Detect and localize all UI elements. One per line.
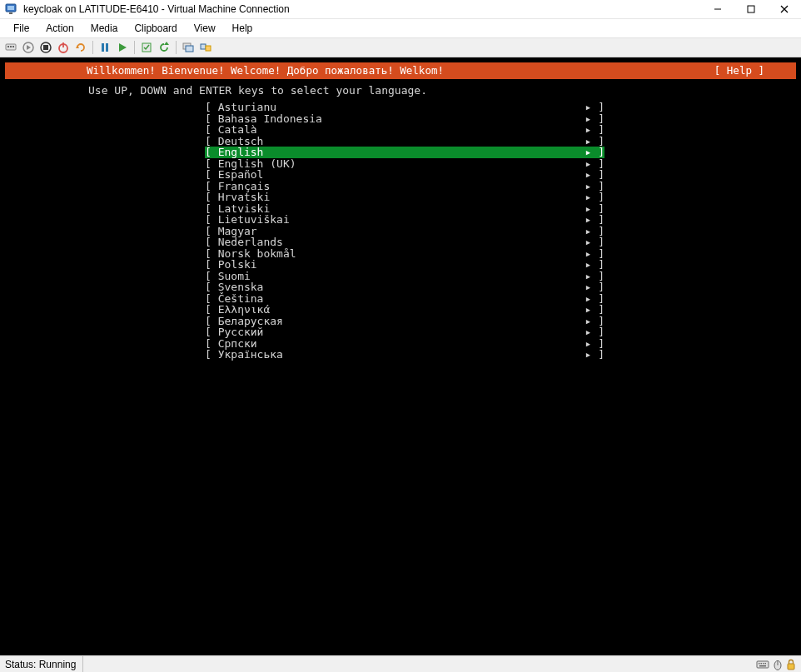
language-option[interactable]: [ Asturianu▸ ] bbox=[205, 102, 604, 113]
submenu-arrow-icon: ▸ ] bbox=[585, 293, 604, 305]
language-label: [ Українська bbox=[205, 349, 283, 361]
language-label: [ Lietuviškai bbox=[205, 214, 290, 226]
language-option[interactable]: [ Čeština▸ ] bbox=[205, 293, 604, 305]
svg-rect-2 bbox=[9, 12, 12, 14]
reset-button[interactable] bbox=[73, 40, 88, 55]
svg-rect-27 bbox=[757, 661, 769, 668]
language-option[interactable]: [ Bahasa Indonesia▸ ] bbox=[205, 113, 604, 125]
language-option[interactable]: [ Català▸ ] bbox=[205, 124, 604, 136]
svg-rect-8 bbox=[7, 46, 9, 47]
keyboard-status-icon bbox=[756, 660, 769, 670]
submenu-arrow-icon: ▸ ] bbox=[585, 316, 604, 327]
language-label: [ Asturianu bbox=[205, 102, 276, 113]
svg-rect-25 bbox=[201, 44, 206, 49]
menu-action[interactable]: Action bbox=[39, 21, 80, 36]
submenu-arrow-icon: ▸ ] bbox=[585, 259, 604, 271]
language-option[interactable]: [ Lietuviškai▸ ] bbox=[205, 214, 604, 226]
checkpoint-button[interactable] bbox=[139, 40, 154, 55]
svg-rect-4 bbox=[748, 6, 754, 12]
language-label: [ Français bbox=[205, 181, 270, 192]
language-option[interactable]: [ Suomi▸ ] bbox=[205, 271, 604, 282]
svg-marker-20 bbox=[119, 43, 127, 52]
svg-rect-28 bbox=[759, 663, 760, 665]
language-option[interactable]: [ Deutsch▸ ] bbox=[205, 136, 604, 147]
instruction-text: Use UP, DOWN and ENTER keys to select yo… bbox=[5, 79, 796, 102]
language-label: [ Ελληνικά bbox=[205, 304, 270, 316]
menu-media[interactable]: Media bbox=[84, 21, 125, 36]
submenu-arrow-icon: ▸ ] bbox=[585, 203, 604, 215]
maximize-button[interactable] bbox=[734, 0, 768, 18]
submenu-arrow-icon: ▸ ] bbox=[585, 248, 604, 260]
submenu-arrow-icon: ▸ ] bbox=[585, 181, 604, 192]
app-icon bbox=[5, 2, 18, 16]
submenu-arrow-icon: ▸ ] bbox=[585, 304, 604, 316]
submenu-arrow-icon: ▸ ] bbox=[585, 192, 604, 203]
language-option[interactable]: [ Nederlands▸ ] bbox=[205, 236, 604, 248]
language-option[interactable]: [ Latviski▸ ] bbox=[205, 203, 604, 215]
svg-rect-31 bbox=[765, 663, 767, 665]
language-option[interactable]: [ Français▸ ] bbox=[205, 181, 604, 192]
svg-rect-18 bbox=[102, 43, 104, 52]
submenu-arrow-icon: ▸ ] bbox=[585, 271, 604, 282]
close-button[interactable] bbox=[768, 0, 801, 18]
svg-marker-12 bbox=[27, 45, 31, 50]
menu-help[interactable]: Help bbox=[226, 21, 260, 36]
submenu-arrow-icon: ▸ ] bbox=[585, 124, 604, 136]
language-option[interactable]: [ Norsk bokmål▸ ] bbox=[205, 248, 604, 260]
submenu-arrow-icon: ▸ ] bbox=[585, 102, 604, 113]
lock-status-icon bbox=[786, 659, 796, 670]
toolbar-separator bbox=[176, 41, 177, 54]
help-button[interactable]: [ Help ] bbox=[714, 62, 789, 79]
tool-bar bbox=[0, 37, 801, 57]
share-button[interactable] bbox=[198, 40, 213, 55]
svg-rect-32 bbox=[759, 665, 766, 667]
svg-rect-24 bbox=[186, 46, 193, 52]
menu-clipboard[interactable]: Clipboard bbox=[127, 21, 183, 36]
language-option[interactable]: [ Русский▸ ] bbox=[205, 326, 604, 338]
svg-rect-29 bbox=[761, 663, 763, 665]
menu-file[interactable]: File bbox=[7, 21, 36, 36]
start-button[interactable] bbox=[21, 40, 36, 55]
submenu-arrow-icon: ▸ ] bbox=[585, 147, 604, 158]
language-option[interactable]: [ Српски▸ ] bbox=[205, 338, 604, 350]
enhanced-session-button[interactable] bbox=[181, 40, 196, 55]
shutdown-button[interactable] bbox=[56, 40, 71, 55]
turnoff-button[interactable] bbox=[38, 40, 53, 55]
language-option[interactable]: [ English (UK)▸ ] bbox=[205, 158, 604, 170]
submenu-arrow-icon: ▸ ] bbox=[585, 226, 604, 237]
play-button[interactable] bbox=[115, 40, 130, 55]
language-label: [ Polski bbox=[205, 259, 257, 271]
toolbar-separator bbox=[92, 41, 93, 54]
menu-bar: File Action Media Clipboard View Help bbox=[0, 19, 801, 37]
welcome-text: Willkommen! Bienvenue! Welcome! Добро по… bbox=[12, 62, 714, 79]
language-option[interactable]: [ Español▸ ] bbox=[205, 169, 604, 181]
language-label: [ Magyar bbox=[205, 226, 257, 237]
svg-rect-26 bbox=[206, 46, 211, 51]
svg-marker-22 bbox=[164, 42, 169, 45]
language-option[interactable]: [ Svenska▸ ] bbox=[205, 281, 604, 293]
language-label: [ Català bbox=[205, 124, 257, 136]
revert-button[interactable] bbox=[157, 40, 172, 55]
language-option[interactable]: [ English▸ ] bbox=[205, 147, 604, 158]
language-option[interactable]: [ Беларуская▸ ] bbox=[205, 316, 604, 327]
language-option[interactable]: [ Hrvatski▸ ] bbox=[205, 192, 604, 203]
minimize-button[interactable] bbox=[701, 0, 734, 18]
language-label: [ Nederlands bbox=[205, 236, 283, 248]
vm-screen[interactable]: Willkommen! Bienvenue! Welcome! Добро по… bbox=[5, 62, 796, 650]
language-label: [ Español bbox=[205, 169, 263, 181]
language-option[interactable]: [ Ελληνικά▸ ] bbox=[205, 304, 604, 316]
ctrl-alt-del-button[interactable] bbox=[3, 40, 18, 55]
vm-console-area: Willkommen! Bienvenue! Welcome! Добро по… bbox=[0, 57, 801, 655]
submenu-arrow-icon: ▸ ] bbox=[585, 158, 604, 170]
status-text: Status: Running bbox=[5, 656, 83, 672]
pause-button[interactable] bbox=[97, 40, 112, 55]
language-option[interactable]: [ Українська▸ ] bbox=[205, 349, 604, 361]
language-label: [ Русский bbox=[205, 326, 263, 338]
language-option[interactable]: [ Magyar▸ ] bbox=[205, 226, 604, 237]
language-option[interactable]: [ Polski▸ ] bbox=[205, 259, 604, 271]
language-list[interactable]: [ Asturianu▸ ][ Bahasa Indonesia▸ ][ Cat… bbox=[5, 102, 796, 361]
language-label: [ Српски bbox=[205, 338, 257, 350]
menu-view[interactable]: View bbox=[187, 21, 222, 36]
svg-rect-30 bbox=[763, 663, 764, 665]
submenu-arrow-icon: ▸ ] bbox=[585, 281, 604, 293]
